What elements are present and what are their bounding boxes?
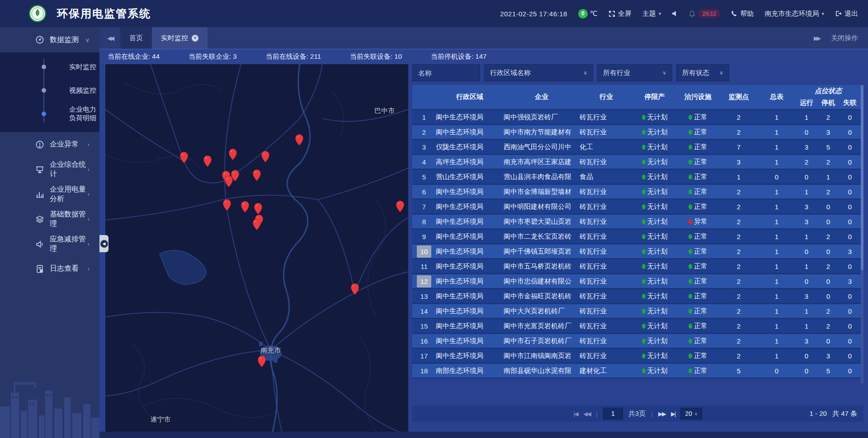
cell-region: 南部生态环境局 <box>436 367 504 375</box>
table-row[interactable]: 14阆中生态环境局阆中大兴页岩机砖厂砖瓦行业无计划正常21120 <box>412 304 863 319</box>
status-dot-icon <box>642 189 646 194</box>
prev-page-button[interactable]: ◀◀ <box>583 410 590 417</box>
cell-run-count: 0 <box>796 173 817 181</box>
table-row[interactable]: 12阆中生态环境局阆中市忠信建材有限公砖瓦行业无计划正常21003 <box>412 274 863 289</box>
map-pin-icon[interactable] <box>350 283 359 297</box>
industry-select[interactable]: 所有行业∨ <box>597 64 672 81</box>
table-row[interactable]: 8阆中生态环境局阆中市枣碧大梁山页岩砖瓦行业无计划异常21300 <box>412 215 863 230</box>
map-pin-icon[interactable] <box>222 199 231 213</box>
status-dot-icon <box>689 219 692 224</box>
tab-realtime-monitor[interactable]: 实时监控✕ <box>152 27 208 49</box>
sidebar-subitem[interactable]: 企业电力负荷明细 <box>0 102 99 126</box>
table-row[interactable]: 10阆中生态环境局阆中千佛镇五郎垭页岩砖瓦行业无计划正常21003 <box>412 245 863 259</box>
map-pin-icon[interactable] <box>252 218 261 232</box>
table-row[interactable]: 7阆中生态环境局阆中明阳建材有限公司砖瓦行业无计划正常21300 <box>412 200 863 215</box>
status-select[interactable]: 所有状态∨ <box>676 64 729 81</box>
page-size-select[interactable]: 20∨ <box>680 408 702 419</box>
table-row[interactable]: 2阆中生态环境局阆中市南方节能建材有砖瓦行业无计划正常21030 <box>412 125 863 140</box>
cell-down-count: 2 <box>817 307 839 315</box>
org-dropdown[interactable]: 南充市生态环境局▾ <box>764 9 824 18</box>
temperature-unit: ℃ <box>590 9 598 18</box>
page-number-input[interactable] <box>603 408 623 419</box>
status-dot-icon <box>642 204 646 209</box>
cell-monitor-count: 7 <box>720 143 758 151</box>
status-dot-icon <box>642 368 646 373</box>
tab-home[interactable]: 首页 <box>120 27 152 49</box>
table-row[interactable]: 11阆中生态环境局阆中市五马桥页岩机砖砖瓦行业无计划正常21120 <box>412 259 863 274</box>
table-row[interactable]: 13阆中生态环境局阆中市金福旺页岩机砖砖瓦行业无计划正常21300 <box>412 289 863 304</box>
sidebar-item-screen[interactable]: 企业综合统计‹ <box>0 157 99 182</box>
cell-total-meter: 1 <box>758 143 796 151</box>
sidebar-subitem-label: 实时监控 <box>69 63 96 71</box>
close-operations-button[interactable]: 关闭操作 <box>831 34 858 42</box>
cell-industry: 砖瓦行业 <box>580 352 633 360</box>
table-row[interactable]: 16阆中生态环境局阆中市石子页岩机砖厂砖瓦行业无计划正常21300 <box>412 334 863 349</box>
map-panel[interactable]: 巴中市南充市遂宁市 <box>105 64 408 432</box>
table-row[interactable]: 15阆中生态环境局阆中市光富页岩机砖厂砖瓦行业无计划正常21120 <box>412 319 863 334</box>
sidebar-subitem[interactable]: 实时监控 <box>0 55 99 79</box>
cell-facility-status: 正常 <box>676 277 720 286</box>
status-dot-icon <box>642 279 646 284</box>
help-button[interactable]: 帮助 <box>731 9 754 18</box>
cell-industry: 砖瓦行业 <box>580 292 633 301</box>
sidebar-item-bars[interactable]: 企业用电量分析‹ <box>0 182 99 207</box>
sidebar-collapse-handle[interactable]: ◀ <box>99 235 108 252</box>
sidebar-subitem[interactable]: 视频监控 <box>0 79 99 102</box>
sidebar-item-alert[interactable]: 企业异常‹ <box>0 132 99 157</box>
map-pin-icon[interactable] <box>257 355 266 369</box>
tab-close-icon[interactable]: ✕ <box>192 35 198 42</box>
next-page-button[interactable]: ▶▶ <box>658 410 665 417</box>
sidebar-item-gauge[interactable]: 数据监测∨ <box>0 27 99 52</box>
table-row[interactable]: 6阆中生态环境局阆中市金博瑞新型墙材砖瓦行业无计划正常21120 <box>412 185 863 200</box>
sidebar-item-log[interactable]: 日志查看‹ <box>0 256 99 281</box>
table-row[interactable]: 5营山生态环境局营山县润丰肉食品有限食品无计划正常10010 <box>412 170 863 185</box>
logout-button[interactable]: 退出 <box>835 9 858 18</box>
cell-facility-status: 正常 <box>676 128 720 137</box>
speaker-icon[interactable] <box>672 10 678 17</box>
cell-monitor-count: 2 <box>720 278 758 285</box>
cell-row-number: 17 <box>412 352 436 360</box>
table-row[interactable]: 9阆中生态环境局阆中市二龙长宝页岩砖砖瓦行业无计划正常21120 <box>412 230 863 245</box>
first-page-button[interactable]: |◀ <box>574 410 578 417</box>
cell-facility-status: 异常 <box>676 217 720 226</box>
cell-total-meter: 1 <box>758 248 796 255</box>
fullscreen-button[interactable]: 全屏 <box>609 9 632 18</box>
table-row[interactable]: 1阆中生态环境局阆中强锐页岩砖厂砖瓦行业无计划正常21120 <box>412 110 863 125</box>
table-row[interactable]: 18南部生态环境局南部县砚华山水泥有限建材化工无计划正常50050 <box>412 364 863 379</box>
bottom-strip <box>99 432 868 438</box>
cell-facility-status: 正常 <box>676 367 720 375</box>
cell-facility-status: 正常 <box>676 292 720 301</box>
theme-dropdown[interactable]: 主题▾ <box>642 9 661 18</box>
sidebar-item-horn[interactable]: 应急减排管理‹ <box>0 231 99 256</box>
map-pin-icon[interactable] <box>228 148 237 162</box>
name-search-input[interactable] <box>412 64 480 81</box>
map-pin-icon[interactable] <box>179 151 189 165</box>
notifications[interactable]: 2632 <box>689 9 720 18</box>
last-page-button[interactable]: ▶| <box>671 410 675 417</box>
table-row[interactable]: 3仪陇生态环境局西南油气田分公司川中化工无计划正常71350 <box>412 140 863 155</box>
table-scrollbar[interactable] <box>861 85 863 384</box>
map-pin-icon[interactable] <box>396 200 405 214</box>
map-pin-icon[interactable] <box>252 170 261 184</box>
status-dot-icon <box>689 353 692 358</box>
sidebar-item-layers[interactable]: 基础数据管理‹ <box>0 207 99 231</box>
cell-plan-status: 无计划 <box>633 352 676 360</box>
map-pin-icon[interactable] <box>224 176 233 190</box>
cell-region: 阆中生态环境局 <box>436 203 504 211</box>
status-dot-icon <box>689 249 692 254</box>
status-dot-icon <box>689 339 692 344</box>
tabs-scroll-left-button[interactable]: ◀◀ <box>99 27 120 49</box>
cell-enterprise: 阆中市二龙长宝页岩砖 <box>504 232 580 241</box>
cell-plan-status: 无计划 <box>633 277 676 286</box>
tabs-scroll-right-button[interactable]: ▶▶ <box>814 35 819 42</box>
map-pin-icon[interactable] <box>241 201 250 215</box>
region-select[interactable]: 行政区域名称∨ <box>484 64 593 81</box>
map-pin-icon[interactable] <box>261 151 270 165</box>
table-row[interactable]: 4高坪生态环境局南充市高坪区王家店建砖瓦行业无计划正常31220 <box>412 155 863 170</box>
cell-total-meter: 1 <box>758 188 796 196</box>
table-row[interactable]: 17阆中生态环境局阆中市江南镇阆南页岩砖瓦行业无计划正常21030 <box>412 349 863 364</box>
chevron-down-icon: ∨ <box>662 70 666 76</box>
map-pin-icon[interactable] <box>203 155 212 169</box>
cell-plan-status: 无计划 <box>633 322 676 330</box>
map-pin-icon[interactable] <box>295 134 304 148</box>
